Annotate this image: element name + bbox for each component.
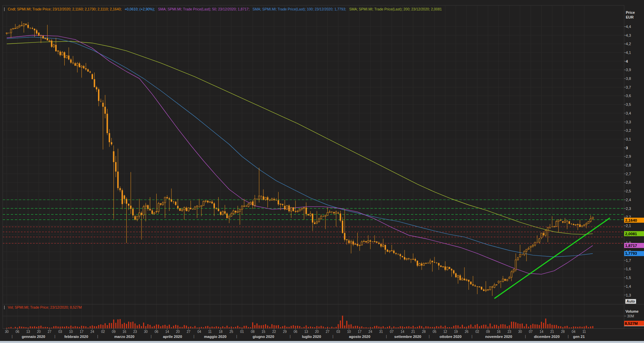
week-tick-label: 07 — [529, 330, 533, 334]
legend-candle-series[interactable]: Cndl; SPMI.MI; Trade Price; 23/12/2020; … — [8, 7, 122, 11]
price-tick-label: 3,8 — [626, 76, 631, 81]
week-tick-label: 01 — [240, 330, 244, 334]
price-tick-label: 3,1 — [626, 137, 631, 141]
month-separator: | — [429, 334, 430, 338]
price-tick-label: 2,3 — [626, 207, 631, 211]
month-label: aprile 2020 — [163, 335, 182, 339]
month-label: giugno 2020 — [253, 335, 274, 339]
week-tick-label: 06 — [294, 330, 297, 334]
price-tick-label: 3,3 — [626, 120, 631, 124]
week-tick-label: 04 — [197, 330, 201, 334]
week-tick-label: 10 — [347, 330, 351, 334]
month-separator: | — [386, 334, 387, 338]
month-label: gennaio 2020 — [22, 335, 45, 339]
week-tick-label: 11 — [582, 330, 586, 334]
week-tick-label: 14 — [165, 330, 169, 334]
week-tick-label: 11 — [208, 330, 212, 334]
month-label: luglio 2020 — [302, 335, 321, 339]
week-tick-label: 02 — [475, 330, 479, 334]
chart-application-window: Daily SPMI.MI 27/12/2019 - 15/01/2021 (M… — [0, 0, 644, 343]
price-tick-label: 3,5 — [626, 102, 631, 106]
month-label: novembre 2020 — [485, 335, 512, 339]
month-separator: | — [11, 334, 12, 338]
month-separator: | — [97, 334, 98, 338]
month-label: ottobre 2020 — [440, 335, 461, 339]
week-tick-label: 26 — [465, 330, 469, 334]
month-separator: | — [472, 334, 473, 338]
week-tick-label: 18 — [219, 330, 222, 334]
legend-sma50-series[interactable]: SMA; SPMI.MI; Trade Price(Last); 50; 23/… — [158, 7, 250, 11]
price-tick-label: 3,7 — [626, 85, 631, 89]
price-tick-label: 3,6 — [626, 94, 631, 98]
price-tick-label: 2,5 — [626, 189, 631, 193]
week-tick-label: 14 — [540, 330, 543, 334]
week-tick-label: 21 — [411, 330, 415, 334]
price-axis-unit: EUR — [626, 15, 634, 19]
price-tick-label: 4,4 — [626, 25, 631, 29]
week-tick-label: 09 — [112, 330, 116, 334]
price-tick-label: 3,2 — [626, 128, 631, 132]
week-tick-label: 14 — [400, 330, 404, 334]
week-tick-label: 20 — [37, 330, 41, 334]
legend-volume-series[interactable]: Vol; SPMI.MI; Trade Price; 23/12/2020; 8… — [8, 305, 82, 309]
legend-change-value: +0,0610; (+2,90%); — [125, 7, 155, 11]
week-tick-label: 08 — [251, 330, 255, 334]
week-tick-label: 21 — [550, 330, 554, 334]
month-separator: | — [193, 334, 194, 338]
week-tick-label: 16 — [497, 330, 501, 334]
auto-scale-button[interactable]: Auto — [625, 299, 636, 304]
week-tick-label: 31 — [379, 330, 383, 334]
price-tick-label: 3 — [626, 146, 628, 150]
week-tick-label: 24 — [368, 330, 372, 334]
week-tick-label: 06 — [15, 330, 19, 334]
price-tick-label: 3,9 — [626, 68, 631, 72]
week-tick-label: 16 — [123, 330, 126, 334]
week-tick-label: 09 — [486, 330, 490, 334]
month-separator: | — [332, 334, 333, 338]
price-tick-label: 2,8 — [626, 163, 631, 167]
week-tick-label: 30 — [5, 330, 8, 334]
volume-axis-tick: 30M — [627, 314, 634, 318]
month-separator: | — [525, 334, 526, 338]
price-tick-label: 1,3 — [626, 293, 631, 297]
month-label: maggio 2020 — [204, 335, 227, 339]
week-tick-label: 24 — [90, 330, 94, 334]
month-label: marzo 2020 — [114, 335, 134, 339]
week-tick-label: 23 — [133, 330, 137, 334]
week-tick-label: 28 — [422, 330, 426, 334]
price-tick-label: 2,6 — [626, 180, 631, 184]
week-tick-label: 04 — [572, 330, 575, 334]
price-tick-label: 4,3 — [626, 33, 631, 37]
week-tick-label: 03 — [336, 330, 340, 334]
week-tick-label: 22 — [272, 330, 276, 334]
week-tick-label: 30 — [144, 330, 148, 334]
price-tick-label: 1,4 — [626, 284, 631, 288]
legend-tick-mark — [4, 306, 5, 309]
chart-plot-area[interactable] — [0, 0, 644, 343]
legend-sma200-series[interactable]: SMA; SPMI.MI; Trade Price(Last); 200; 23… — [349, 7, 442, 11]
month-separator: | — [151, 334, 152, 338]
month-separator: | — [236, 334, 237, 338]
month-label: settembre 2020 — [394, 335, 421, 339]
week-tick-label: 13 — [304, 330, 308, 334]
price-tick-label: 2,1 — [626, 224, 631, 228]
week-tick-label: 19 — [454, 330, 458, 334]
week-tick-label: 27 — [187, 330, 190, 334]
price-tick-label: 2,9 — [626, 154, 631, 158]
week-tick-label: 30 — [518, 330, 522, 334]
week-tick-label: 25 — [229, 330, 233, 334]
sma200-price-flag: 2,0081 — [624, 231, 644, 236]
price-tick-label: 1,6 — [626, 267, 631, 271]
price-tick-label: 1,5 — [626, 276, 631, 280]
legend-sma100-series[interactable]: SMA; SPMI.MI; Trade Price(Last); 100; 23… — [253, 7, 346, 11]
month-label: dicembre 2020 — [534, 335, 559, 339]
week-tick-label: 12 — [443, 330, 447, 334]
volume-value-flag: 8,527M — [624, 321, 644, 326]
month-separator: | — [568, 334, 569, 338]
week-tick-label: 03 — [58, 330, 62, 334]
week-tick-label: 10 — [69, 330, 73, 334]
volume-axis-title: Volume — [625, 309, 639, 313]
price-tick-label: 3,4 — [626, 111, 631, 115]
week-tick-label: 17 — [80, 330, 84, 334]
price-tick-label: 1,7 — [626, 258, 631, 262]
